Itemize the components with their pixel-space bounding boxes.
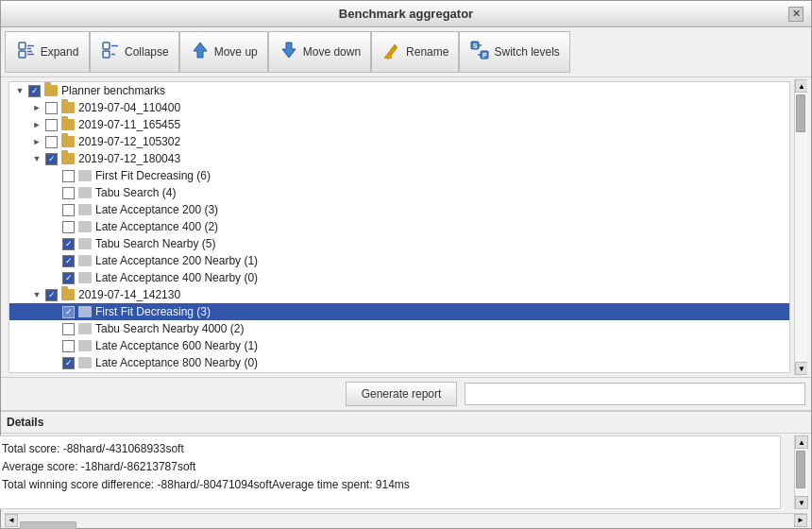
item-icon-d5i2: [78, 323, 92, 334]
tree-row-d4i1[interactable]: First Fit Decreasing (6): [9, 167, 789, 184]
expand-arrow-root[interactable]: [13, 84, 26, 97]
folder-icon-d5: [61, 289, 75, 300]
checkbox-d4i5[interactable]: [62, 238, 75, 250]
scroll-down-arrow[interactable]: ▼: [795, 362, 807, 375]
scroll-thumb[interactable]: [796, 94, 805, 132]
item-icon-d5i3: [78, 340, 92, 351]
switch-levels-label: Switch levels: [494, 45, 559, 59]
tree-row-d5[interactable]: 2019-07-14_142130: [9, 286, 789, 303]
tree-label-d5i2: Tabu Search Nearby 4000 (2): [95, 322, 244, 335]
move-up-icon: [190, 40, 211, 65]
hscroll-thumb[interactable]: [20, 521, 76, 530]
tree-label-d4i6: Late Acceptance 200 Nearby (1): [95, 254, 258, 267]
tree-label-d5i4: Late Acceptance 800 Nearby (0): [95, 356, 258, 369]
collapse-button[interactable]: Collapse: [90, 31, 179, 73]
tree-label-d3: 2019-07-12_105302: [78, 135, 180, 148]
tree-row-d4i4[interactable]: Late Acceptance 400 (2): [9, 218, 789, 235]
checkbox-d1[interactable]: [45, 102, 58, 114]
scroll-up-arrow[interactable]: ▲: [795, 79, 807, 93]
tree-row-d5i2[interactable]: Tabu Search Nearby 4000 (2): [9, 320, 789, 337]
folder-icon-d2: [61, 119, 75, 130]
tree-row-d3[interactable]: 2019-07-12_105302: [9, 133, 789, 150]
tree-row-d5i1[interactable]: First Fit Decreasing (3): [9, 303, 789, 320]
tree-row-d1[interactable]: 2019-07-04_110400: [9, 99, 789, 116]
checkbox-d5i2[interactable]: [62, 323, 75, 335]
tree-row-d4i2[interactable]: Tabu Search (4): [9, 184, 789, 201]
checkbox-d5i4[interactable]: [62, 357, 75, 369]
checkbox-d4i3[interactable]: [62, 204, 75, 216]
svg-text:S: S: [473, 43, 478, 49]
folder-icon-d1: [61, 102, 75, 113]
tree-row-d4i3[interactable]: Late Acceptance 200 (3): [9, 201, 789, 218]
scroll-track[interactable]: [795, 93, 807, 362]
tree-row-d5i4[interactable]: Late Acceptance 800 Nearby (0): [9, 354, 789, 371]
svg-text:P: P: [482, 52, 487, 59]
details-header: Details: [1, 412, 811, 434]
tree-row-d4[interactable]: 2019-07-12_180043: [9, 150, 789, 167]
hscroll-left-arrow[interactable]: ◄: [5, 514, 18, 527]
svg-rect-6: [103, 43, 110, 49]
move-up-button[interactable]: Move up: [179, 31, 268, 73]
details-text: Total score: -88hard/-431068933soft Aver…: [2, 440, 774, 495]
tree-row-d2[interactable]: 2019-07-11_165455: [9, 116, 789, 133]
switch-levels-button[interactable]: S P Switch levels: [459, 31, 569, 73]
details-line-1: Total score: -88hard/-431068933soft: [2, 440, 774, 458]
details-scroll-thumb[interactable]: [796, 451, 805, 488]
move-down-label: Move down: [303, 45, 361, 59]
rename-button[interactable]: Rename: [371, 31, 459, 73]
move-down-button[interactable]: Move down: [268, 31, 371, 73]
expand-arrow-d5[interactable]: [30, 288, 43, 301]
checkbox-d4i4[interactable]: [62, 221, 75, 233]
details-scrollbar[interactable]: ▲ ▼: [794, 435, 807, 509]
item-icon-d4i2: [78, 187, 92, 198]
tree-container: Planner benchmarks 2019-07-04_110400 201…: [5, 79, 807, 375]
collapse-label: Collapse: [125, 45, 169, 59]
expand-button[interactable]: Expand: [5, 31, 90, 73]
expand-label: Expand: [41, 45, 79, 59]
tree-row-d4i7[interactable]: Late Acceptance 400 Nearby (0): [9, 269, 789, 286]
move-up-label: Move up: [214, 45, 258, 59]
checkbox-d2[interactable]: [45, 119, 58, 131]
expand-arrow-d1[interactable]: [30, 101, 43, 114]
expand-arrow-d2[interactable]: [30, 118, 43, 131]
tree-row-d4i6[interactable]: Late Acceptance 200 Nearby (1): [9, 252, 789, 269]
switch-levels-icon: S P: [469, 40, 490, 65]
folder-icon-d3: [61, 136, 75, 147]
svg-rect-1: [19, 51, 25, 58]
details-scroll-track[interactable]: [795, 449, 807, 496]
expand-icon: [16, 40, 37, 65]
tree-scrollbar[interactable]: ▲ ▼: [794, 79, 807, 375]
checkbox-d4i6[interactable]: [62, 255, 75, 267]
tree-label-d4i2: Tabu Search (4): [95, 186, 176, 199]
checkbox-d5i1[interactable]: [62, 306, 75, 318]
hscroll-right-arrow[interactable]: ►: [794, 514, 807, 527]
toolbar: Expand Collapse Move up: [1, 27, 811, 77]
svg-rect-13: [384, 57, 392, 59]
checkbox-d4i1[interactable]: [62, 170, 75, 182]
checkbox-d5[interactable]: [45, 289, 58, 301]
tree-label-d5: 2019-07-14_142130: [78, 288, 180, 301]
details-scroll-up[interactable]: ▲: [795, 435, 808, 449]
details-hscrollbar[interactable]: ◄ ►: [5, 513, 807, 526]
checkbox-root[interactable]: [28, 85, 41, 97]
checkbox-d5i3[interactable]: [62, 340, 75, 352]
tree-label-d4i4: Late Acceptance 400 (2): [95, 220, 218, 233]
checkbox-d4i2[interactable]: [62, 187, 75, 199]
close-button[interactable]: ✕: [788, 7, 804, 22]
tree-row-root[interactable]: Planner benchmarks: [9, 82, 789, 99]
tree-row-d4i5[interactable]: Tabu Search Nearby (5): [9, 235, 789, 252]
checkbox-d3[interactable]: [45, 136, 58, 148]
svg-marker-11: [282, 43, 296, 58]
details-line-2: Average score: -18hard/-86213787soft: [2, 458, 774, 476]
expand-arrow-d3[interactable]: [30, 135, 43, 148]
checkbox-d4[interactable]: [45, 153, 58, 165]
tree-row-d5i3[interactable]: Late Acceptance 600 Nearby (1): [9, 337, 789, 354]
checkbox-d4i7[interactable]: [62, 272, 75, 284]
details-scroll-down[interactable]: ▼: [795, 496, 808, 509]
generate-report-button[interactable]: Generate report: [346, 382, 458, 406]
report-name-input[interactable]: [465, 383, 805, 405]
expand-arrow-d4[interactable]: [30, 152, 43, 165]
item-icon-d4i3: [78, 204, 92, 215]
details-content-area: Total score: -88hard/-431068933soft Aver…: [0, 435, 781, 509]
tree-view[interactable]: Planner benchmarks 2019-07-04_110400 201…: [8, 81, 790, 373]
